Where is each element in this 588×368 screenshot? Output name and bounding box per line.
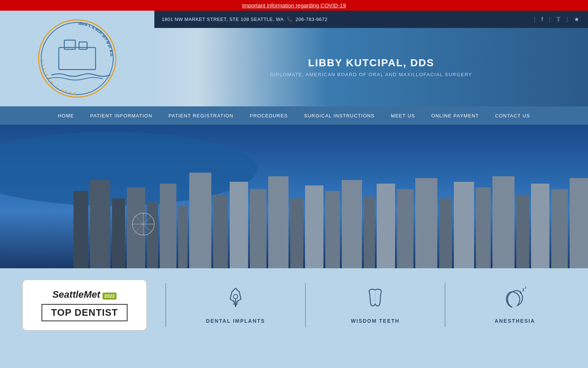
service-dental-implants[interactable]: DENTAL IMPLANTS xyxy=(184,286,287,324)
service-divider-2 xyxy=(305,283,306,327)
nav-item-meet-us[interactable]: MEET US xyxy=(383,106,423,125)
service-anesthesia[interactable]: z z z ANESTHESIA xyxy=(464,286,566,324)
svg-rect-12 xyxy=(74,191,88,268)
sleep-icon: z z z xyxy=(502,286,528,312)
svg-text:z: z xyxy=(525,286,527,289)
svg-text:z: z xyxy=(522,287,524,292)
nav-item-contact-us[interactable]: CONTACT US xyxy=(487,106,538,125)
svg-rect-21 xyxy=(230,182,248,268)
svg-rect-39 xyxy=(570,178,588,268)
doctor-name: LIBBY KUTCIPAL, DDS xyxy=(169,57,573,69)
svg-rect-32 xyxy=(439,198,452,268)
doctor-info: LIBBY KUTCIPAL, DDS DIPLOMATE, AMERICAN … xyxy=(154,28,588,106)
svg-rect-29 xyxy=(377,184,395,268)
svg-rect-27 xyxy=(342,180,362,268)
covid-banner: Important information regarding COVID-19 xyxy=(0,0,588,11)
svg-rect-36 xyxy=(516,195,529,268)
hero-image xyxy=(0,125,588,268)
tooth-icon xyxy=(362,286,388,312)
nav-item-patient-information[interactable]: PATIENT INFORMATION xyxy=(82,106,160,125)
nav-item-home[interactable]: HOME xyxy=(50,106,82,125)
anesthesia-label: ANESTHESIA xyxy=(495,318,535,324)
svg-point-45 xyxy=(233,294,238,299)
svg-rect-14 xyxy=(112,198,125,268)
logo-image: BALLARD ORAL SURGERY BALLARD ORAL SURGER… xyxy=(37,18,118,99)
phone-icon: 📞 xyxy=(287,17,293,22)
svg-rect-26 xyxy=(325,191,340,268)
svg-rect-25 xyxy=(305,185,323,268)
social-divider-2: | xyxy=(549,15,551,23)
svg-rect-19 xyxy=(189,173,211,268)
facebook-icon[interactable]: f xyxy=(540,15,544,24)
svg-rect-20 xyxy=(213,195,228,268)
address-text: 1801 NW MARKET STREET, STE 108 SEATTLE, … xyxy=(162,17,283,22)
social-divider-3: | xyxy=(566,15,568,23)
svg-rect-16 xyxy=(147,202,158,268)
nav-item-surgical-instructions[interactable]: SURGICAL INSTRUCTIONS xyxy=(296,106,383,125)
hero-svg xyxy=(0,125,588,268)
social-divider-1: | xyxy=(534,15,535,23)
award-year: 2022 xyxy=(103,293,117,300)
phone-number: 206-783-9672 xyxy=(295,17,327,22)
dental-implants-label: DENTAL IMPLANTS xyxy=(206,318,265,324)
svg-rect-33 xyxy=(454,182,474,268)
wisdom-teeth-label: WISDOM TEETH xyxy=(351,318,400,324)
svg-rect-22 xyxy=(250,189,266,268)
svg-rect-31 xyxy=(415,178,437,268)
header: BALLARD ORAL SURGERY BALLARD ORAL SURGER… xyxy=(0,11,588,106)
nav-item-procedures[interactable]: PROCEDURES xyxy=(241,106,296,125)
top-bar: 1801 NW MARKET STREET, STE 108 SEATTLE, … xyxy=(154,11,588,28)
svg-rect-28 xyxy=(364,197,375,268)
svg-rect-15 xyxy=(127,187,145,268)
service-wisdom-teeth[interactable]: WISDOM TEETH xyxy=(324,286,426,324)
svg-rect-37 xyxy=(531,184,549,268)
award-card: SeattleMet 2022 TOP DENTIST xyxy=(22,279,147,331)
svg-rect-38 xyxy=(551,189,568,268)
service-divider-3 xyxy=(445,283,445,327)
header-right: 1801 NW MARKET STREET, STE 108 SEATTLE, … xyxy=(154,11,588,106)
main-nav: HOMEPATIENT INFORMATIONPATIENT REGISTRAT… xyxy=(0,106,588,125)
address-phone: 1801 NW MARKET STREET, STE 108 SEATTLE, … xyxy=(162,17,327,22)
nav-item-patient-registration[interactable]: PATIENT REGISTRATION xyxy=(161,106,242,125)
svg-rect-24 xyxy=(290,198,303,268)
nav-item-online-payment[interactable]: ONLINE PAYMENT xyxy=(423,106,487,125)
publication-name: SeattleMet xyxy=(53,289,100,300)
award-title: TOP DENTIST xyxy=(42,304,128,321)
implant-icon xyxy=(223,286,248,312)
svg-rect-23 xyxy=(268,176,288,268)
doctor-title: DIPLOMATE, AMERICAN BOARD OF ORAL AND MA… xyxy=(169,72,573,77)
bottom-section: SeattleMet 2022 TOP DENTIST DENTAL IMPLA… xyxy=(0,268,588,342)
svg-rect-17 xyxy=(160,184,176,268)
covid-link[interactable]: Important information regarding COVID-19 xyxy=(242,2,346,8)
twitter-icon[interactable]: 𝕋 xyxy=(555,15,562,24)
svg-rect-18 xyxy=(178,206,187,268)
star-icon[interactable]: ★ xyxy=(573,15,581,24)
service-divider-1 xyxy=(165,283,166,327)
svg-text:z: z xyxy=(520,290,521,294)
seattle-met-logo: SeattleMet 2022 xyxy=(53,289,117,300)
svg-rect-13 xyxy=(90,180,110,268)
svg-rect-30 xyxy=(397,189,413,268)
svg-rect-35 xyxy=(492,176,514,268)
svg-rect-34 xyxy=(476,187,491,268)
logo-area: BALLARD ORAL SURGERY BALLARD ORAL SURGER… xyxy=(0,11,154,106)
